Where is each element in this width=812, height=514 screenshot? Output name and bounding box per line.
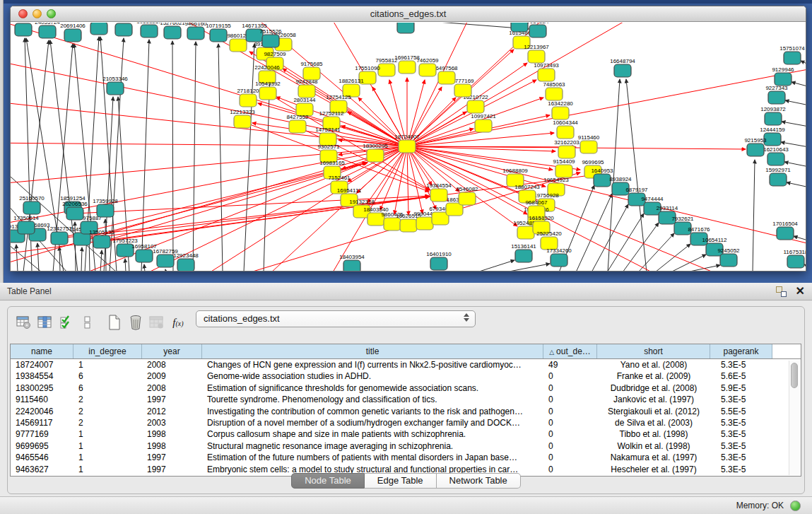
graph-node-26876862[interactable] bbox=[511, 23, 528, 32]
graph-node-25160570[interactable] bbox=[23, 201, 40, 214]
graph-node-9154409[interactable] bbox=[555, 165, 572, 177]
table-row[interactable]: 2242004622012Investigating the contribut… bbox=[11, 406, 801, 417]
graph-node-19355754[interactable] bbox=[15, 23, 32, 36]
graph-node-8813074[interactable] bbox=[397, 23, 414, 33]
graph-node-23011394[interactable] bbox=[115, 23, 132, 36]
graph-node-6497568[interactable] bbox=[438, 71, 455, 84]
graph-node-19524851[interactable] bbox=[517, 226, 534, 239]
graph-node-11675318[interactable] bbox=[787, 255, 804, 268]
network-view-window[interactable]: citations_edges.txt 18724007109974211621… bbox=[10, 6, 806, 271]
graph-node-16961758[interactable] bbox=[399, 61, 416, 74]
graph-node-16782759[interactable] bbox=[157, 255, 174, 267]
graph-node-9466160[interactable] bbox=[187, 27, 204, 40]
graph-node-19384554[interactable] bbox=[430, 189, 447, 201]
graph-node-16401910[interactable] bbox=[430, 257, 447, 270]
new-table-icon[interactable] bbox=[104, 313, 125, 332]
table-row[interactable]: 969969511998Structural magnetic resonanc… bbox=[11, 440, 801, 452]
table-row[interactable]: 1938455462009Genome-wide association stu… bbox=[11, 370, 801, 382]
graph-node-9546082[interactable] bbox=[459, 192, 476, 205]
window-titlebar[interactable]: citations_edges.txt bbox=[11, 6, 806, 22]
graph-node-24055724[interactable] bbox=[39, 25, 56, 38]
graph-node-10604344[interactable] bbox=[557, 126, 574, 139]
unselect-all-icon[interactable] bbox=[77, 313, 98, 332]
network-selector-dropdown[interactable]: citations_edges.txt bbox=[196, 310, 476, 327]
column-header-name[interactable]: name bbox=[11, 344, 73, 358]
table-row[interactable]: 911546021997Tourette syndrome. Phenomeno… bbox=[11, 394, 801, 405]
graph-node-9860425[interactable] bbox=[384, 218, 401, 230]
graph-node-16958107[interactable] bbox=[136, 250, 153, 262]
graph-node-9245052[interactable] bbox=[720, 254, 737, 267]
graph-node-17334260[interactable] bbox=[551, 254, 567, 267]
column-header-pagerank[interactable]: pagerank bbox=[710, 344, 772, 358]
tab-node-table[interactable]: Node Table bbox=[291, 473, 365, 489]
graph-node-16210643[interactable] bbox=[767, 153, 784, 165]
graph-node-15276021[interactable] bbox=[164, 26, 181, 39]
table-row[interactable]: 1830029562008Estimation of significance … bbox=[11, 382, 801, 394]
graph-node-9860123[interactable] bbox=[230, 39, 247, 52]
graph-node-7485063[interactable] bbox=[546, 88, 563, 100]
table-row[interactable]: 946554611997Estimation of the future num… bbox=[11, 452, 801, 463]
graph-node-18724007[interactable] bbox=[399, 140, 416, 153]
column-header-short[interactable]: short bbox=[597, 344, 710, 358]
graph-node-7955812[interactable] bbox=[378, 64, 395, 76]
graph-node-9175685[interactable] bbox=[303, 67, 320, 80]
close-panel-icon[interactable]: ✕ bbox=[796, 284, 805, 298]
vertical-scrollbar[interactable] bbox=[789, 361, 799, 475]
graph-node-16953211[interactable] bbox=[90, 23, 107, 35]
graph-node-13505135[interactable] bbox=[93, 235, 110, 248]
graph-node-12213967[interactable] bbox=[528, 50, 545, 63]
graph-node-17016504[interactable] bbox=[777, 227, 794, 240]
graph-node-9990448[interactable] bbox=[416, 217, 433, 230]
scrollbar-thumb[interactable] bbox=[791, 363, 798, 388]
graph-node-12444159[interactable] bbox=[764, 133, 781, 146]
tab-network-table[interactable]: Network Table bbox=[437, 473, 521, 489]
graph-node-11451940[interactable] bbox=[73, 233, 90, 245]
graph-node-15751074[interactable] bbox=[784, 52, 801, 64]
close-window-button[interactable] bbox=[18, 9, 28, 18]
graph-node-10997421[interactable] bbox=[475, 119, 492, 132]
graph-node-32162203[interactable] bbox=[558, 146, 575, 158]
graph-node-17359928[interactable] bbox=[97, 204, 114, 217]
graph-node-16210722[interactable] bbox=[467, 100, 484, 113]
graph-node-12093872[interactable] bbox=[765, 112, 782, 125]
column-header-indegree[interactable]: in_degree bbox=[73, 344, 142, 358]
table-row[interactable]: 977716911998Corpus callosum shape and si… bbox=[11, 428, 801, 440]
graph-node-7957224[interactable] bbox=[529, 25, 546, 37]
graph-node-15992971[interactable] bbox=[770, 173, 787, 186]
delete-table-icon[interactable] bbox=[125, 313, 146, 332]
table-settings-icon[interactable] bbox=[13, 313, 35, 332]
graph-node-15136141[interactable] bbox=[515, 250, 532, 262]
graph-node-8427552[interactable] bbox=[289, 120, 306, 133]
graph-node-9777169[interactable] bbox=[454, 84, 471, 97]
graph-node-18403954[interactable] bbox=[343, 260, 360, 271]
graph-node-7462059[interactable] bbox=[419, 64, 436, 76]
table-row[interactable]: 1872400712008Changes of HCN gene express… bbox=[11, 359, 801, 370]
tab-edge-table[interactable]: Edge Table bbox=[365, 473, 437, 489]
graph-node-9242848[interactable] bbox=[298, 85, 315, 98]
graph-node-20206536[interactable] bbox=[66, 207, 83, 220]
graph-node-16342280[interactable] bbox=[552, 107, 569, 119]
graph-node-17350614[interactable] bbox=[18, 221, 35, 234]
graph-node-10653257[interactable] bbox=[141, 25, 158, 37]
function-builder-icon[interactable]: f(x) bbox=[167, 313, 189, 332]
table-row[interactable]: 1456911722003Disruption of a novel membe… bbox=[11, 417, 801, 428]
graph-node-10973493[interactable] bbox=[538, 69, 555, 81]
graph-node-16648794[interactable] bbox=[614, 64, 631, 77]
zoom-window-button[interactable] bbox=[47, 9, 56, 18]
column-header-year[interactable]: year bbox=[142, 344, 202, 358]
graph-node-9215953[interactable] bbox=[747, 144, 764, 156]
network-canvas[interactable]: 1872400710997421162107229777169649756874… bbox=[11, 23, 806, 271]
float-panel-icon[interactable] bbox=[776, 286, 787, 297]
graph-node-9129946[interactable] bbox=[775, 73, 792, 86]
graph-node-21053346[interactable] bbox=[107, 82, 124, 95]
select-columns-icon[interactable] bbox=[35, 313, 56, 332]
graph-node-2718120[interactable] bbox=[240, 94, 257, 107]
graph-node-12342757[interactable] bbox=[51, 232, 68, 245]
graph-node-9115460[interactable] bbox=[580, 141, 597, 153]
graph-node-1640953[interactable] bbox=[594, 174, 611, 187]
column-header-outde[interactable]: △out_de… bbox=[543, 344, 597, 358]
graph-node-18300295[interactable] bbox=[367, 149, 384, 162]
graph-node-16626515[interactable] bbox=[400, 219, 417, 232]
graph-node-7515526[interactable] bbox=[262, 35, 279, 47]
select-all-icon[interactable] bbox=[56, 313, 77, 332]
